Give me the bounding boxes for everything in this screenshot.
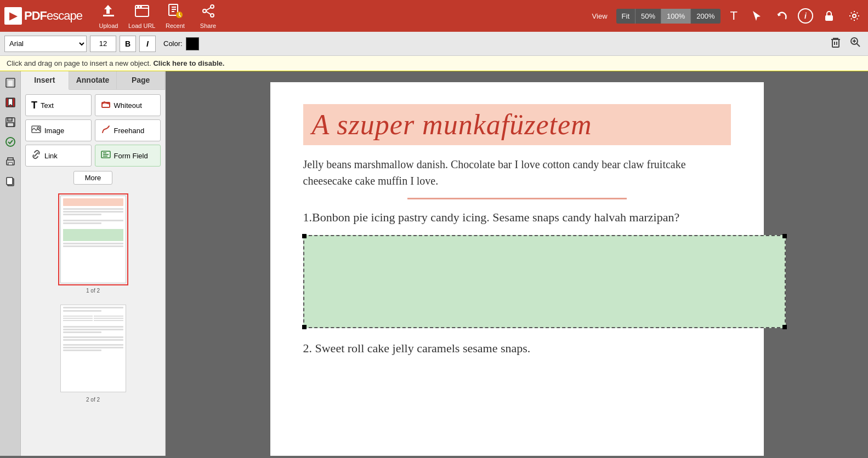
svg-point-6 [211, 5, 214, 8]
share-icon [200, 3, 217, 21]
upload-label: Upload [99, 22, 118, 29]
svg-rect-18 [8, 80, 13, 87]
color-label: Color: [163, 39, 183, 48]
sidebar-save-icon[interactable] [1, 113, 20, 131]
insert-freehand-button[interactable]: Freehand [95, 119, 161, 141]
bold-button[interactable]: B [120, 36, 136, 52]
color-swatch[interactable] [186, 37, 199, 50]
insert-formfield-button[interactable]: Form Field [95, 145, 161, 167]
document-page: A szuper munkafüzetem Jelly beans marshm… [270, 82, 764, 456]
insert-formfield-label: Form Field [114, 152, 148, 160]
recent-label: Recent [166, 22, 185, 29]
document-area[interactable]: A szuper munkafüzetem Jelly beans marshm… [166, 71, 868, 456]
share-button[interactable]: Share [195, 3, 222, 29]
insert-link-button[interactable]: Link [25, 145, 92, 167]
insert-buttons-grid: T Text Whiteout Image [25, 94, 161, 167]
recent-button[interactable]: Recent [162, 3, 189, 29]
tab-page[interactable]: Page [117, 71, 165, 89]
thumb-label-2: 2 of 2 [86, 397, 100, 403]
svg-point-23 [6, 138, 15, 146]
resize-handle-bl[interactable] [302, 325, 307, 329]
undo-icon[interactable] [773, 8, 791, 24]
tab-annotate[interactable]: Annotate [69, 71, 117, 89]
notice-text: Click and drag on page to insert a new o… [7, 59, 151, 67]
tab-headers: Insert Annotate Page [21, 71, 165, 90]
logo: ▶ PDFescape [4, 7, 82, 25]
link-icon [31, 150, 41, 162]
zoom-100[interactable]: 100% [661, 9, 691, 24]
delete-icon[interactable] [827, 34, 844, 53]
thumb-image-1 [60, 196, 126, 283]
notice-link[interactable]: Click here to disable. [153, 59, 224, 67]
zoom-50[interactable]: 50% [636, 9, 661, 24]
upload-button[interactable]: Upload [95, 3, 122, 29]
doc-item-2: 2. Sweet roll cake jelly caramels sesame… [303, 339, 731, 357]
insert-tab-content: T Text Whiteout Image [21, 90, 165, 189]
insert-whiteout-button[interactable]: Whiteout [95, 94, 161, 116]
resize-handle-tl[interactable] [302, 234, 307, 238]
whiteout-icon [101, 99, 111, 111]
zoom-controls: Fit 50% 100% 200% [616, 9, 721, 24]
formfield-icon [101, 150, 111, 162]
sidebar-check-icon[interactable] [1, 133, 20, 151]
svg-rect-27 [7, 178, 13, 185]
resize-handle-tr[interactable] [782, 234, 787, 238]
document-title: A szuper munkafüzetem [303, 104, 731, 145]
text-icon: T [31, 100, 37, 111]
sidebar-print-icon[interactable] [1, 152, 20, 171]
svg-rect-10 [832, 39, 839, 47]
svg-rect-21 [8, 118, 12, 121]
logo-icon: ▶ [4, 7, 22, 25]
insert-text-label: Text [41, 101, 54, 110]
doc-divider [407, 198, 627, 199]
lock-icon[interactable] [820, 8, 838, 24]
svg-line-14 [857, 44, 860, 47]
zoom-fit[interactable]: Fit [616, 9, 636, 24]
zoom-search-icon[interactable] [847, 34, 864, 53]
thumb-wrapper-1[interactable] [58, 193, 128, 285]
svg-rect-8 [825, 15, 833, 21]
thumb-label-1: 1 of 2 [86, 288, 100, 294]
left-panel: Insert Annotate Page T Text Whiteout [0, 71, 166, 456]
notice-bar: Click and drag on page to insert a new o… [0, 56, 868, 71]
format-toolbar: Arial Times New Roman Courier New 12 B I… [0, 32, 868, 56]
freehand-icon [101, 124, 111, 136]
text-cursor-icon[interactable]: T [727, 7, 741, 25]
image-icon [31, 124, 41, 136]
upload-icon [100, 3, 117, 21]
thumb-wrapper-2[interactable] [58, 302, 128, 394]
insert-freehand-label: Freehand [114, 127, 145, 135]
doc-green-box[interactable] [303, 235, 786, 328]
sidebar-copy-icon[interactable] [1, 172, 20, 191]
load-url-icon [134, 3, 150, 21]
thumbnail-page2[interactable]: 2 of 2 [25, 302, 161, 403]
recent-icon [167, 3, 184, 21]
svg-point-30 [37, 127, 39, 129]
font-family-select[interactable]: Arial Times New Roman Courier New [4, 36, 87, 52]
resize-handle-br[interactable] [782, 325, 787, 329]
more-button[interactable]: More [73, 171, 113, 185]
main-layout: Insert Annotate Page T Text Whiteout [0, 71, 868, 456]
zoom-200[interactable]: 200% [691, 9, 720, 24]
sidebar-bookmark-icon[interactable] [1, 93, 20, 112]
pointer-icon[interactable] [747, 8, 766, 24]
sidebar-pages-icon[interactable] [1, 73, 20, 92]
thumbnail-page1[interactable]: 1 of 2 [25, 193, 161, 294]
svg-point-9 [853, 14, 856, 18]
tab-insert[interactable]: Insert [21, 71, 69, 90]
logo-text: PDFescape [24, 9, 82, 23]
svg-rect-25 [8, 163, 13, 165]
tabs-panel: Insert Annotate Page T Text Whiteout [21, 71, 166, 456]
load-url-button[interactable]: Load URL [128, 3, 156, 29]
thumb-image-2 [60, 305, 126, 392]
font-size-input[interactable]: 12 [90, 36, 116, 52]
insert-text-button[interactable]: T Text [25, 94, 92, 116]
load-url-label: Load URL [128, 22, 156, 29]
doc-item-1: 1.Bonbon pie icing pastry candy icing. S… [303, 208, 731, 226]
insert-image-button[interactable]: Image [25, 119, 92, 141]
thumbnail-area: 1 of 2 [21, 189, 165, 458]
italic-button[interactable]: I [139, 36, 156, 52]
settings-icon[interactable] [845, 8, 864, 24]
info-icon[interactable]: i [798, 8, 813, 24]
share-label: Share [200, 22, 216, 29]
